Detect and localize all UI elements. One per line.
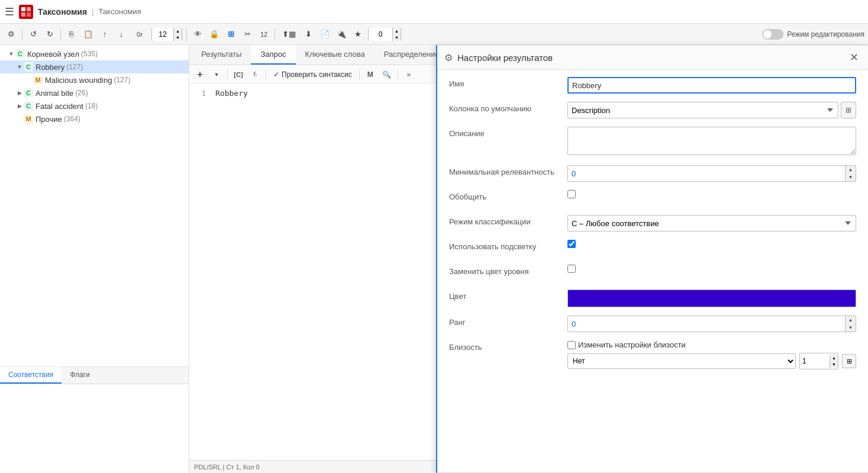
settings-header: ⚙ Настройки результатов ✕: [437, 46, 868, 70]
proximity-checkbox[interactable]: [567, 341, 576, 349]
fatal-node-icon: C: [24, 101, 33, 111]
add-btn[interactable]: +: [193, 67, 207, 82]
proximity-label: Близость: [449, 340, 567, 352]
count-input[interactable]: [369, 28, 392, 41]
name-input[interactable]: [567, 77, 856, 94]
zoom-input[interactable]: [152, 28, 173, 41]
zoom-down[interactable]: ▼: [173, 34, 182, 41]
highlight-checkbox[interactable]: [567, 240, 576, 248]
relevance-spin-up[interactable]: ▲: [845, 166, 856, 173]
column-select[interactable]: Description: [567, 102, 838, 118]
export-btn[interactable]: ⬇: [301, 27, 316, 42]
tree-item-malicious[interactable]: M Malicious wounding (127): [0, 73, 189, 86]
tree-item-fatal[interactable]: ▶ C Fatal accident (18): [0, 99, 189, 112]
editing-mode-toggle-container: Режим редактирования: [762, 29, 864, 40]
tree-item-robbery[interactable]: ▼ C Robbery (127): [0, 60, 189, 73]
rank-spin-up[interactable]: ▲: [845, 316, 856, 324]
tab-correspondences[interactable]: Соответствия: [0, 367, 62, 384]
star-btn[interactable]: ★: [350, 27, 366, 42]
proximity-row: Нет ▲ ▼ ⊞: [567, 353, 856, 369]
proximity-settings-btn[interactable]: ⊞: [842, 354, 856, 368]
robbery-node-icon: C: [24, 62, 33, 72]
refresh-btn[interactable]: ↺: [25, 27, 41, 42]
editing-mode-toggle[interactable]: [762, 29, 783, 40]
replace-color-checkbox[interactable]: [567, 265, 576, 273]
count-down[interactable]: ▼: [392, 34, 401, 41]
settings-close-btn[interactable]: ✕: [847, 50, 861, 65]
name-label: Имя: [449, 77, 567, 88]
root-chevron: ▼: [7, 50, 15, 58]
grid-btn[interactable]: ⊞: [223, 27, 238, 42]
settings-row-rank: Ранг ▲ ▼: [449, 316, 856, 332]
editor-sep-1: [227, 69, 228, 80]
settings-row-highlight: Использовать подсветку: [449, 240, 856, 256]
svg-rect-1: [27, 7, 31, 11]
proximity-select[interactable]: Нет: [567, 353, 796, 369]
proximity-num-input[interactable]: [800, 353, 830, 369]
rank-input[interactable]: [568, 316, 845, 332]
generalize-label: Обобщить: [449, 190, 567, 201]
tree-item-animal[interactable]: ▶ C Animal bite (26): [0, 86, 189, 99]
hamburger-icon[interactable]: ☰: [5, 5, 14, 18]
import-btn[interactable]: ⬆▦: [278, 27, 299, 42]
menu-bar: ☰ Таксономия | Таксономия: [0, 0, 868, 24]
tree-root[interactable]: ▼ C Корневой узел (535): [0, 47, 189, 60]
zoom-up[interactable]: ▲: [173, 28, 182, 34]
toolbar-sep-4: [275, 28, 275, 40]
bracket-btn[interactable]: [C]: [231, 67, 246, 82]
num-btn[interactable]: 12: [256, 27, 272, 42]
status-text: PDL/SRL | Ст 1, Кол 0: [194, 464, 260, 471]
m-btn[interactable]: M: [363, 67, 377, 82]
app-icon: [19, 5, 33, 19]
rank-label: Ранг: [449, 316, 567, 327]
settings-btn[interactable]: ⚙: [4, 27, 19, 42]
description-textarea[interactable]: [567, 127, 856, 155]
cut-btn[interactable]: ✂: [240, 27, 255, 42]
tab-results[interactable]: Результаты: [192, 45, 251, 65]
settings-row-description: Описание: [449, 127, 856, 157]
move-down-btn[interactable]: ↓: [114, 27, 129, 42]
eye-btn[interactable]: 👁: [190, 27, 205, 42]
svg-rect-3: [27, 12, 31, 17]
column-icon-btn[interactable]: ⊞: [841, 102, 856, 118]
column-label: Колонка по умолчанию: [449, 102, 567, 113]
tab-query[interactable]: Запрос: [251, 45, 295, 65]
search-btn[interactable]: 🔍: [380, 67, 394, 82]
tree-item-other[interactable]: M Прочие (364): [0, 112, 189, 126]
proximity-spin-down[interactable]: ▼: [830, 361, 838, 368]
counter-btn[interactable]: 0r: [130, 27, 149, 42]
more-btn[interactable]: »: [402, 67, 416, 82]
proximity-control: Изменить настройки близости Нет ▲ ▼ ⊞: [567, 340, 856, 369]
settings-row-replace-color: Заменить цвет уровня: [449, 265, 856, 281]
relevance-control: ▲ ▼: [567, 165, 856, 182]
proximity-spin-up[interactable]: ▲: [830, 355, 838, 361]
robbery-chevron: ▼: [15, 63, 24, 71]
undo-btn[interactable]: ↻: [42, 27, 57, 42]
tab-keywords[interactable]: Ключевые слова: [296, 45, 375, 65]
settings-row-relevance: Минимальная релевантность ▲ ▼: [449, 165, 856, 182]
tab-flags[interactable]: Флаги: [62, 367, 98, 384]
paste-btn[interactable]: 📋: [80, 27, 96, 42]
move-up-btn[interactable]: ↑: [97, 27, 112, 42]
copy-btn[interactable]: ⎘: [64, 27, 79, 42]
editor-sep-3: [359, 69, 360, 80]
classification-select[interactable]: С – Любое соответствие: [567, 215, 856, 231]
color-preview[interactable]: [567, 289, 856, 307]
doc-btn[interactable]: 📄: [317, 27, 333, 42]
generalize-checkbox[interactable]: [567, 190, 576, 198]
rank-control: ▲ ▼: [567, 316, 856, 332]
proximity-checkbox-label: Изменить настройки близости: [578, 340, 686, 349]
syntax-check[interactable]: ✓ Проверить синтаксис: [270, 69, 356, 80]
rank-spin-down[interactable]: ▼: [845, 324, 856, 332]
lock-btn[interactable]: 🔒: [206, 27, 222, 42]
count-up[interactable]: ▲: [392, 28, 401, 34]
plugin-btn[interactable]: 🔌: [334, 27, 349, 42]
toolbar-sep-1: [22, 28, 22, 40]
malicious-label: Malicious wounding: [45, 76, 112, 85]
color-control: [567, 289, 856, 307]
add-dropdown-btn[interactable]: ▼: [209, 67, 224, 82]
highlight-label: Использовать подсветку: [449, 240, 567, 251]
relevance-spin-down[interactable]: ▼: [845, 173, 856, 181]
relevance-input[interactable]: [568, 166, 845, 181]
func-btn[interactable]: fᵢ: [248, 67, 262, 82]
